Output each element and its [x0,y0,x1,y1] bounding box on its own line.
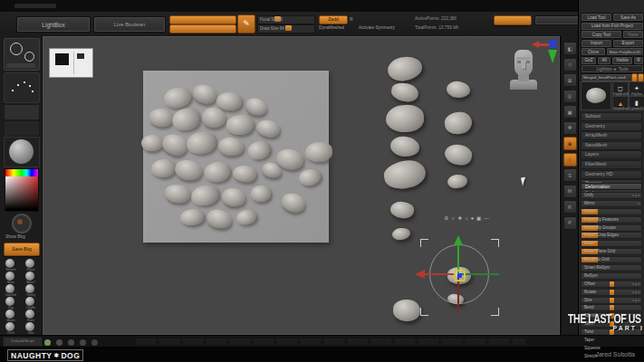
tray-dot-1[interactable] [56,339,62,346]
tool-simplebrush[interactable]: ▲SimpleBrush [612,96,629,110]
tool-cylinder[interactable]: ▮Cylinder3D [629,96,644,110]
deformation-mirror[interactable]: Mirrorx [581,200,642,207]
deformation-polish[interactable]: Polish◦ [581,208,642,215]
gizmo-y-arrow[interactable] [454,235,463,245]
pin-icon[interactable]: ✚ [458,215,463,223]
tray-dot-0[interactable] [44,339,51,346]
brush-smooth[interactable]: Smooth [2,259,20,271]
brush-move[interactable]: Move [2,272,20,283]
palette-section-arraymesh[interactable]: ArrayMesh [581,131,642,140]
texture-slot[interactable] [4,120,40,137]
persp-button[interactable]: ◇ [563,58,577,71]
document-canvas[interactable]: ⚙✓✚⌂●▣— [43,36,560,335]
load-from-project-button[interactable]: Load from FixIt Project [581,22,644,31]
deformation-polish-crisp-edges[interactable]: Polish Crisp Edges◦ [581,232,642,239]
sv-square[interactable] [5,176,38,211]
brush-trimdy[interactable]: TrimDy [22,284,40,296]
solo-button[interactable]: ↕ [563,153,577,167]
deformation-size[interactable]: Sizex y z [581,297,642,304]
deformation-resym[interactable]: ReSym [581,272,642,280]
palette-section-geometry[interactable]: Geometry [581,122,642,131]
color-picker[interactable] [5,168,39,212]
deformation-relax-plane-grid[interactable]: Relax Plane Grid◦ [581,248,642,255]
secondary-color-swatch[interactable] [12,214,32,233]
brush-pinch[interactable]: Pinch [2,322,20,334]
gizmo-x-arrow[interactable] [415,270,425,279]
palette-section-subtool[interactable]: Subtool [581,112,642,121]
deformation-morph-to-grid[interactable]: Morph to Grid [581,256,642,263]
deformation-unify[interactable]: Unifyx y z [581,192,642,199]
export-button[interactable]: Export [612,39,644,48]
live-boolean-toggle[interactable]: Live Boolean [93,16,166,33]
shelf-slider-right-1[interactable] [494,15,532,25]
ghost-button[interactable]: ⊕ [563,137,577,150]
brush-inflat[interactable]: Inflat [22,322,40,334]
tray-dot-2[interactable] [68,339,74,346]
gizmo-center-dot[interactable] [457,273,462,278]
gear-icon[interactable]: ⚙ [444,215,448,223]
paste-tool-button[interactable]: Paste [622,30,644,39]
move-canvas-button[interactable]: S [563,168,577,182]
deformation-polish-by-features[interactable]: Polish By Features◦ [581,216,642,224]
activate-symmetry-button[interactable]: Activate Symmetry [359,25,395,30]
sphere-icon[interactable]: ● [471,215,474,223]
macro-button-1[interactable] [169,15,236,24]
tray-dot-4[interactable] [91,339,98,346]
tool-badge-2[interactable] [638,73,644,82]
draw-size-handle[interactable] [285,25,292,31]
lightbox-tools-bar[interactable]: Lightbox ► Tools [581,64,644,73]
current-tool-thumbnail[interactable] [581,81,611,110]
brush-damstd[interactable]: DamStd [2,284,20,296]
tool-polystar[interactable]: ✦PolyStar [629,81,644,96]
scale-canvas-button[interactable]: M [563,185,577,198]
rotate-canvas-button[interactable]: R [563,200,577,214]
brush-planar[interactable]: Planar [22,259,40,271]
save-bkg-button[interactable]: Save Bkg [4,243,40,256]
palette-section-nanomesh[interactable]: NanoMesh [581,141,642,150]
zoom-canvas-button[interactable]: P [563,216,577,230]
palette-section-fibermesh[interactable]: FiberMesh [581,160,642,169]
deformation-offset[interactable]: Offsetx y z [581,281,642,288]
palette-section-geometry-hd[interactable]: Geometry HD [581,170,642,179]
make-polymesh3d-button[interactable]: Make PolyMesh3D [606,47,644,56]
edit-mode-button[interactable]: ✎ [237,14,255,33]
brush-morph[interactable]: Morph [2,310,20,321]
deformation-polish-by-groups[interactable]: Polish By Groups◦ [581,224,642,232]
tray-dot-3[interactable] [80,339,86,346]
load-tool-button[interactable]: Load Tool [581,13,612,22]
brush-flatte[interactable]: Flatte [22,310,40,321]
brush-movet[interactable]: MoveT [22,272,40,283]
deformation-header[interactable]: Deformation [581,183,642,190]
draw-size-slider[interactable]: Draw Size 64 [257,24,315,33]
deformation-relax[interactable]: Relax◦ [581,240,642,247]
deformation-rotate[interactable]: Rotatex y z [581,289,642,296]
bpr-button[interactable]: ◧ [563,42,577,55]
tool-polymesh3d[interactable]: ◻PolyMesh3D [612,81,629,96]
home-icon[interactable]: ⌂ [465,215,467,223]
brush-claybu[interactable]: ClayBu [22,297,40,309]
focal-shift-slider[interactable]: Focal Shift 0 [257,15,315,24]
clone-button[interactable]: Clone [581,47,606,56]
dynamesh-label[interactable]: DynaMeshed [319,25,344,30]
goz-all-button[interactable]: All [597,56,611,65]
active-tool-name[interactable]: Merged_SmallParts-shell [581,73,633,82]
stroke-slot[interactable] [4,72,40,103]
brush-slot[interactable] [4,38,40,71]
palette-section-layers[interactable]: Layers [581,150,642,159]
brush-clay[interactable]: Clay [2,297,20,309]
import-button[interactable]: Import [581,39,612,48]
copy-tool-button[interactable]: Copy Tool [581,30,622,39]
goz-button[interactable]: GoZ [581,56,597,65]
tool-badge-1[interactable] [631,73,638,82]
goz-visible-button[interactable]: Visible [611,56,633,65]
zscript-tab[interactable]: DefaultZScript [3,337,43,347]
alpha-slot[interactable] [4,104,40,120]
save-as-button[interactable]: Save As [612,13,644,22]
snap-icon[interactable]: ✓ [451,215,456,223]
hue-bar[interactable] [5,169,38,176]
material-slot[interactable] [4,137,40,167]
deformation-smart-resym[interactable]: Smart ReSym [581,264,642,272]
floor-button[interactable]: ⊞ [563,73,577,87]
render-size-button[interactable]: R [633,56,644,65]
show-bkg-label[interactable]: Show Bkg [5,234,25,239]
